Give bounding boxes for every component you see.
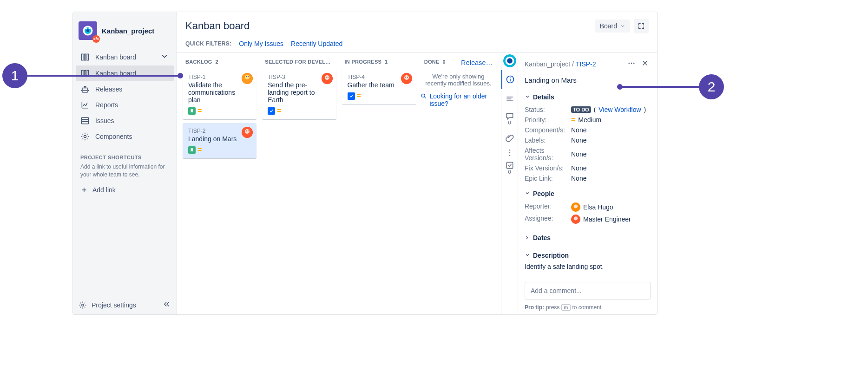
field-reporter: Reporter: Elsa Hugo (525, 201, 651, 213)
breadcrumb-sep: / (572, 60, 574, 68)
assignee-avatar (571, 215, 580, 224)
section-people[interactable]: People (525, 190, 651, 197)
board-dropdown[interactable]: Board (595, 20, 630, 33)
card-tisp-1[interactable]: TISP-1 Validate the communications plan … (183, 69, 256, 119)
chevron-down-icon (620, 23, 625, 29)
comment-input[interactable]: Add a comment... (525, 282, 651, 300)
project-title: Kanban_project (102, 27, 154, 35)
nav-item-board-group[interactable]: Kanban board (76, 48, 174, 65)
column-count: 0 (442, 59, 445, 65)
rail-checklist-count: 0 (508, 169, 511, 175)
section-title-label: Details (533, 93, 554, 101)
card-tisp-4[interactable]: TISP-4 Gather the team = (342, 69, 416, 104)
filter-only-my-issues[interactable]: Only My Issues (239, 40, 283, 47)
nav-label: Kanban board (95, 53, 136, 61)
board-dropdown-label: Board (600, 22, 617, 30)
svg-point-30 (421, 94, 425, 97)
protip-text: to comment (572, 304, 602, 311)
close-icon (641, 59, 649, 67)
project-avatar-icon (81, 24, 94, 37)
section-dates[interactable]: Dates (525, 234, 651, 241)
release-link[interactable]: Release… (461, 59, 493, 66)
field-value[interactable]: None (571, 137, 586, 144)
field-value[interactable]: Elsa Hugo (571, 202, 613, 212)
field-status: Status: TO DO (View Workflow) (525, 104, 651, 115)
svg-point-3 (85, 28, 87, 30)
field-label: Fix Version/s: (525, 164, 571, 172)
chevron-down-icon (160, 52, 169, 62)
rail-checklist-button[interactable]: 0 (501, 158, 518, 177)
nav-item-releases[interactable]: Releases (76, 81, 174, 97)
description-text[interactable]: Identify a safe landing spot. (525, 263, 651, 270)
nav-item-issues[interactable]: Issues (76, 113, 174, 129)
rail-more-button[interactable] (501, 148, 518, 157)
status-badge: TO DO (571, 106, 591, 113)
section-title-label: People (533, 190, 554, 197)
field-fix-version: Fix Version/s: None (525, 163, 651, 173)
svg-rect-7 (87, 54, 88, 60)
rail-comments-button[interactable]: 0 (501, 109, 518, 128)
svg-point-44 (574, 204, 578, 208)
board-area: BACKLOG 2 TISP-1 Validate the communicat… (177, 52, 657, 314)
nav-group: Kanban board Kanban board Releases Repor… (73, 46, 177, 146)
priority-medium-icon: = (357, 92, 361, 100)
close-button[interactable] (639, 58, 651, 70)
view-workflow-link[interactable]: View Workflow (598, 106, 641, 113)
card-icons: = (348, 92, 410, 100)
column-done: DONE 0 Release… We're only showing recen… (421, 52, 496, 314)
checklist-icon (505, 161, 514, 170)
field-value[interactable]: None (571, 175, 586, 182)
nav-item-components[interactable]: Components (76, 129, 174, 144)
callout-2-dot (617, 84, 623, 90)
info-icon (506, 75, 515, 84)
project-avatar[interactable]: </> (79, 21, 97, 40)
issue-title[interactable]: Landing on Mars (525, 76, 651, 84)
rail-attachments-button[interactable] (501, 129, 518, 147)
card-summary: Send the pre-landing report to Earth (268, 81, 330, 104)
settings-sliders-icon (80, 132, 90, 141)
column-count: 2 (215, 59, 218, 65)
list-icon (80, 116, 90, 125)
done-older-issue-link[interactable]: Looking for an older issue? (421, 92, 496, 107)
paren: ) (644, 106, 646, 113)
reporter-avatar (571, 202, 580, 212)
svg-point-13 (82, 304, 84, 306)
columns: BACKLOG 2 TISP-1 Validate the communicat… (177, 52, 501, 314)
section-title-label: Dates (533, 234, 551, 241)
callout-badge-2: 2 (699, 74, 724, 99)
project-settings-link[interactable]: Project settings (92, 301, 136, 309)
collapse-sidebar-button[interactable] (163, 300, 171, 310)
field-value[interactable]: None (571, 147, 586, 162)
rail-details-button[interactable] (501, 70, 518, 89)
field-value[interactable]: None (571, 164, 586, 172)
svg-point-41 (631, 63, 632, 64)
nav-item-kanban-board[interactable]: Kanban board (76, 65, 174, 81)
field-priority: Priority: =Medium (525, 115, 651, 125)
add-link-button[interactable]: Add link (73, 182, 177, 197)
expand-button[interactable] (634, 19, 649, 33)
nav-label: Reports (95, 101, 118, 109)
card-tisp-3[interactable]: TISP-3 Send the pre-landing report to Ea… (262, 69, 336, 119)
card-avatar (322, 73, 333, 84)
field-value[interactable]: TO DO (View Workflow) (571, 106, 646, 113)
svg-point-2 (86, 29, 89, 32)
breadcrumb-issue-key[interactable]: TISP-2 (576, 60, 596, 68)
rail-description-button[interactable] (501, 90, 518, 108)
protip-text: press (546, 304, 559, 311)
section-description[interactable]: Description (525, 252, 651, 259)
svg-point-4 (89, 28, 91, 30)
card-tisp-2[interactable]: TISP-2 Landing on Mars = (183, 123, 256, 158)
shortcuts-title: PROJECT SHORTCUTS (73, 146, 177, 162)
assignee-avatar-button[interactable] (503, 54, 516, 67)
section-details[interactable]: Details (525, 93, 651, 101)
breadcrumb-project[interactable]: Kanban_project (525, 60, 570, 68)
more-actions-button[interactable] (625, 57, 638, 71)
field-value[interactable]: None (571, 126, 586, 134)
field-value[interactable]: Master Engineer (571, 215, 631, 224)
board-icon (80, 52, 90, 62)
protip-prefix: Pro tip: (525, 304, 544, 311)
filter-recently-updated[interactable]: Recently Updated (291, 40, 342, 47)
nav-item-reports[interactable]: Reports (76, 97, 174, 113)
app-frame: </> Kanban_project Kanban board Kanban b… (72, 12, 658, 315)
field-value[interactable]: =Medium (571, 116, 601, 124)
